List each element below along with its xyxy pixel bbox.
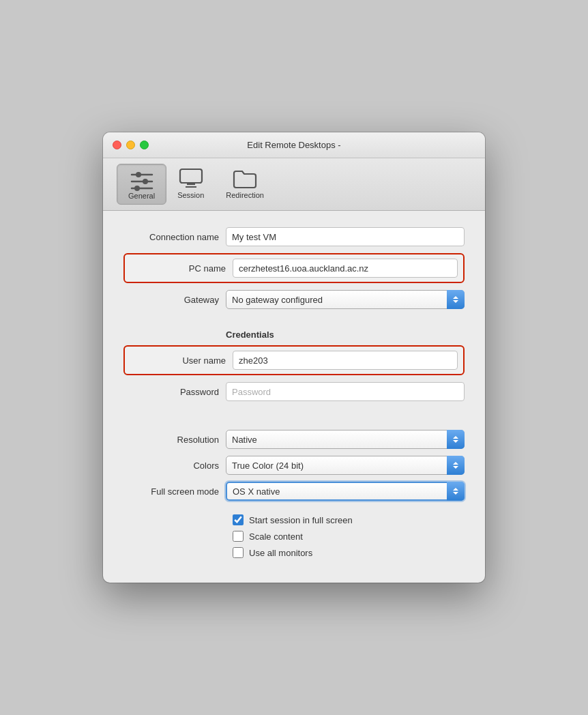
svg-point-5 <box>134 186 140 191</box>
pc-name-highlighted: PC name <box>123 253 465 283</box>
pc-name-input[interactable] <box>233 259 458 278</box>
svg-point-3 <box>143 179 148 184</box>
general-icon <box>130 169 154 189</box>
minimize-button[interactable] <box>126 141 135 149</box>
scale-content-label[interactable]: Scale content <box>249 531 303 542</box>
username-control <box>233 351 458 370</box>
toolbar: General Session <box>103 158 485 211</box>
fullscreen-row: Full screen mode OS X native <box>123 482 465 501</box>
traffic-lights <box>113 141 149 149</box>
start-session-checkbox[interactable] <box>233 514 244 525</box>
tab-redirection-label: Redirection <box>226 191 264 199</box>
credentials-heading: Credentials <box>226 330 465 340</box>
gateway-control: No gateway configured <box>226 290 465 309</box>
tab-general[interactable]: General <box>117 164 166 205</box>
colors-select[interactable]: True Color (24 bit) <box>226 456 465 475</box>
window-title: Edit Remote Desktops - <box>247 140 340 150</box>
resolution-control: Native <box>226 430 465 449</box>
pc-name-row: PC name <box>130 259 458 278</box>
connection-name-input[interactable] <box>226 227 465 246</box>
password-label: Password <box>123 387 226 397</box>
username-input[interactable] <box>233 351 458 370</box>
password-row: Password <box>123 382 465 401</box>
connection-name-control <box>226 227 465 246</box>
svg-rect-6 <box>180 169 202 183</box>
main-window: Edit Remote Desktops - General <box>103 132 485 583</box>
scale-content-row: Scale content <box>233 531 465 542</box>
start-session-row: Start session in full screen <box>233 514 465 525</box>
connection-name-row: Connection name <box>123 227 465 246</box>
pc-name-label: PC name <box>130 263 233 274</box>
username-highlighted: User name <box>123 345 465 375</box>
username-row: User name <box>130 351 458 370</box>
gateway-select[interactable]: No gateway configured <box>226 290 465 309</box>
close-button[interactable] <box>113 141 121 149</box>
content-area: Connection name PC name Gateway No gatew… <box>103 211 485 583</box>
scale-content-checkbox[interactable] <box>233 531 244 542</box>
svg-point-1 <box>136 172 141 177</box>
tab-session-label: Session <box>177 191 204 199</box>
password-input[interactable] <box>226 382 465 401</box>
gateway-label: Gateway <box>123 295 226 305</box>
colors-label: Colors <box>123 461 226 471</box>
maximize-button[interactable] <box>140 141 149 149</box>
connection-name-label: Connection name <box>123 232 226 242</box>
redirection-icon <box>233 168 257 188</box>
resolution-row: Resolution Native <box>123 430 465 449</box>
resolution-select[interactable]: Native <box>226 430 465 449</box>
pc-name-control <box>233 259 458 278</box>
tab-session[interactable]: Session <box>166 164 215 205</box>
resolution-label: Resolution <box>123 435 226 445</box>
tab-redirection[interactable]: Redirection <box>215 164 275 205</box>
all-monitors-row: Use all monitors <box>233 547 465 558</box>
colors-row: Colors True Color (24 bit) <box>123 456 465 475</box>
start-session-label[interactable]: Start session in full screen <box>249 515 353 525</box>
username-label: User name <box>130 355 233 366</box>
password-control <box>226 382 465 401</box>
colors-control: True Color (24 bit) <box>226 456 465 475</box>
tab-general-label: General <box>128 192 155 200</box>
all-monitors-label[interactable]: Use all monitors <box>249 548 312 558</box>
fullscreen-control: OS X native <box>226 482 465 501</box>
title-bar: Edit Remote Desktops - <box>103 132 485 158</box>
all-monitors-checkbox[interactable] <box>233 547 244 558</box>
session-icon <box>179 168 203 188</box>
fullscreen-select[interactable]: OS X native <box>226 482 465 501</box>
fullscreen-label: Full screen mode <box>123 486 226 497</box>
gateway-row: Gateway No gateway configured <box>123 290 465 309</box>
